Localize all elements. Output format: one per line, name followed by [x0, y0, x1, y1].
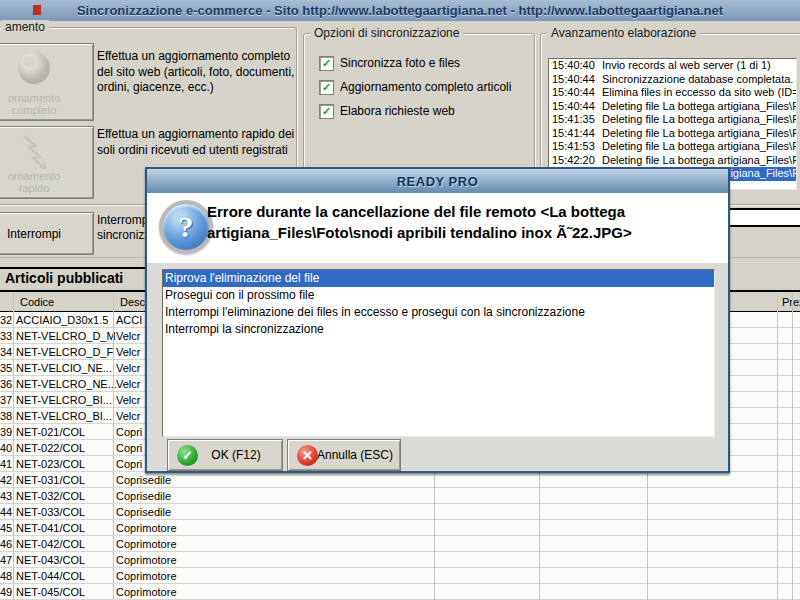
ok-button[interactable]: ✓ OK (F12) [167, 439, 283, 471]
log-time: 15:40:40 [552, 59, 602, 73]
dialog-titlebar[interactable]: READY PRO [147, 169, 728, 193]
log-text: Invio records al web server (1 di 1) [602, 59, 771, 71]
log-line[interactable]: 15:40:44Sincronizzazione database comple… [549, 73, 796, 87]
stop-button[interactable]: Interrompi [0, 212, 94, 255]
table-row[interactable]: 48NET-044/COLCoprimotore [0, 568, 800, 584]
row-codice: NET-044/COL [16, 570, 85, 582]
table-row[interactable]: 42NET-031/COLCoprisedile [0, 472, 800, 488]
log-text: Deleting file La bottega artigiana_Files… [602, 127, 797, 139]
log-line[interactable]: 15:41:35Deleting file La bottega artigia… [549, 113, 796, 127]
row-codice: NET-023/COL [16, 458, 85, 470]
cancel-button-label: Annulla (ESC) [317, 448, 393, 462]
stop-button-label: Interrompi [7, 227, 61, 241]
row-number: 35 [0, 362, 12, 374]
log-text: Elimina files in eccesso da sito web (ID… [602, 86, 797, 98]
row-descrizione: Velcr [116, 330, 140, 342]
table-column-divider [792, 293, 793, 600]
row-number: 41 [0, 458, 12, 470]
articles-section-title: Articoli pubblicati [5, 270, 123, 286]
row-number: 44 [0, 506, 12, 518]
row-number: 38 [0, 410, 12, 422]
log-line[interactable]: 15:42:20Deleting file La bottega artigia… [549, 154, 796, 168]
row-number: 48 [0, 570, 12, 582]
globe-icon [18, 52, 50, 84]
dialog-title: READY PRO [397, 174, 479, 189]
table-row[interactable]: 49NET-045/COLCoprimotore [0, 584, 800, 600]
full-update-button[interactable]: ornamento completo [0, 43, 94, 121]
checkbox-label: Elabora richieste web [340, 104, 455, 118]
row-codice: NET-041/COL [16, 522, 85, 534]
dialog-option[interactable]: Interrompi l'eliminazione dei files in e… [163, 304, 714, 321]
log-line[interactable]: 15:41:53Deleting file La bottega artigia… [549, 140, 796, 154]
table-row[interactable]: 43NET-032/COLCoprisedile [0, 488, 800, 504]
row-descrizione: Coprisedile [116, 474, 171, 486]
row-descrizione: Velcr [116, 410, 140, 422]
row-descrizione: Copri [116, 442, 142, 454]
row-descrizione: Velcr [116, 346, 140, 358]
checkbox-label: Sincronizza foto e files [340, 56, 460, 70]
row-descrizione: Velcr [116, 394, 140, 406]
log-text: Deleting file La bottega artigiana_Files… [602, 113, 797, 125]
log-text: Deleting file La bottega artigiana_Files… [602, 140, 797, 152]
app-icon [33, 5, 41, 15]
dialog-option[interactable]: Interrompi la sincronizzazione [163, 321, 714, 338]
log-text: Sincronizzazione database completata. [602, 73, 793, 85]
cancel-button[interactable]: ✕ Annulla (ESC) [287, 439, 401, 471]
row-number: 40 [0, 442, 12, 454]
row-codice: NET-VELCIO_NE... [16, 362, 112, 374]
dialog-message-area: ? Errore durante la cancellazione del fi… [147, 193, 728, 263]
table-column-divider [113, 293, 114, 600]
row-descrizione: Copri [116, 458, 142, 470]
table-header-cell[interactable]: Prezzo [782, 296, 800, 308]
log-line[interactable]: 15:41:44Deleting file La bottega artigia… [549, 127, 796, 141]
log-time: 15:41:53 [552, 140, 602, 154]
row-descrizione: Coprimotore [116, 538, 177, 550]
row-codice: NET-VELCRO_D_F [16, 346, 113, 358]
table-row[interactable]: 44NET-033/COLCoprisedile [0, 504, 800, 520]
question-mark-glyph: ? [179, 210, 194, 244]
full-update-label-line2: completo [12, 104, 57, 116]
log-time: 15:40:44 [552, 86, 602, 100]
checkbox-row: ✓Aggiornamento completo articoli [319, 78, 511, 96]
row-number: 47 [0, 554, 12, 566]
checkbox-row: ✓Elabora richieste web [319, 102, 455, 120]
checkbox-label: Aggiornamento completo articoli [340, 80, 511, 94]
row-number: 45 [0, 522, 12, 534]
row-codice: NET-VELCRO_NE... [16, 378, 117, 390]
table-column-divider [777, 293, 778, 600]
row-descrizione: ACCI [116, 314, 142, 326]
row-codice: NET-VELCRO_BI... [16, 394, 112, 406]
row-number: 34 [0, 346, 12, 358]
log-line[interactable]: 15:40:44Elimina files in eccesso da sito… [549, 86, 796, 100]
table-row[interactable]: 47NET-043/COLCoprimotore [0, 552, 800, 568]
dialog-options-listbox[interactable]: Riprova l'eliminazione del fileProsegui … [162, 269, 715, 437]
ok-button-label: OK (F12) [211, 448, 260, 462]
row-descrizione: Coprimotore [116, 570, 177, 582]
app-window: Sincronizzazione e-commerce - Sito http:… [0, 0, 800, 600]
log-line[interactable]: 15:40:40Invio records al web server (1 d… [549, 59, 796, 73]
dialog-option[interactable]: Prosegui con il prossimo file [163, 287, 714, 304]
table-header-cell[interactable]: Codice [20, 296, 54, 308]
window-titlebar[interactable]: Sincronizzazione e-commerce - Sito http:… [0, 0, 800, 21]
full-update-button-label: ornamento completo [0, 92, 93, 116]
row-number: 43 [0, 490, 12, 502]
row-descrizione: Coprisedile [116, 490, 171, 502]
row-codice: ACCIAIO_D30x1.5 [16, 314, 108, 326]
checkbox[interactable]: ✓ [319, 56, 334, 71]
checkbox[interactable]: ✓ [319, 104, 334, 119]
row-number: 49 [0, 586, 12, 598]
table-row[interactable]: 45NET-041/COLCoprimotore [0, 520, 800, 536]
row-codice: NET-031/COL [16, 474, 85, 486]
row-number: 37 [0, 394, 12, 406]
log-line[interactable]: 15:40:44Deleting file La bottega artigia… [549, 100, 796, 114]
row-descrizione: Coprimotore [116, 554, 177, 566]
quick-update-button[interactable]: ornamento rapido [0, 126, 94, 199]
lightning-cursor-icon [16, 133, 52, 171]
row-codice: NET-032/COL [16, 490, 85, 502]
dialog-option[interactable]: Riprova l'eliminazione del file [163, 270, 714, 287]
update-group-label: amento [1, 20, 49, 34]
quick-update-description: Effettua un aggiornamento rapido dei sol… [97, 127, 297, 158]
table-row[interactable]: 46NET-042/COLCoprimotore [0, 536, 800, 552]
checkbox[interactable]: ✓ [319, 80, 334, 95]
dialog-message: Errore durante la cancellazione del file… [207, 201, 715, 243]
